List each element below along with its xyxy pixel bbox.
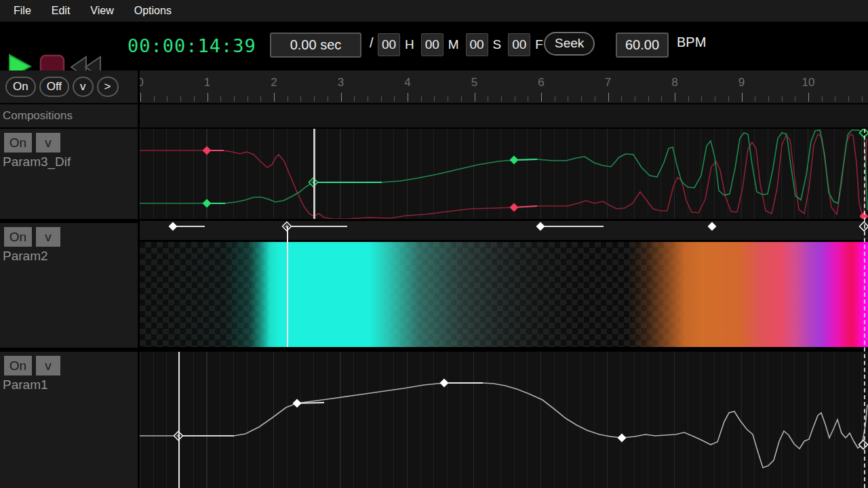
seek-button[interactable]: Seek bbox=[544, 32, 595, 56]
minor-tick bbox=[555, 96, 555, 102]
color-gradient bbox=[140, 242, 868, 347]
track-header-param2[interactable]: On v Param2 bbox=[0, 223, 138, 348]
track-collapse-button[interactable]: v bbox=[36, 133, 60, 152]
tracks-off-button[interactable]: Off bbox=[39, 77, 69, 97]
track-on-button[interactable]: On bbox=[4, 356, 32, 375]
tracks-on-button[interactable]: On bbox=[5, 77, 36, 97]
minor-tick bbox=[434, 96, 435, 102]
compositions-row[interactable]: Compositions bbox=[0, 104, 138, 127]
minor-tick bbox=[728, 96, 729, 102]
major-tick bbox=[475, 93, 475, 102]
timeline-ruler[interactable]: 012345678910 bbox=[140, 70, 868, 103]
compositions-label: Compositions bbox=[0, 104, 138, 123]
ruler-label-3: 3 bbox=[338, 76, 344, 89]
minor-tick bbox=[354, 96, 355, 102]
track-header-param1[interactable]: On v Param1 bbox=[0, 352, 138, 488]
bpm-field[interactable]: 60.00 bbox=[616, 33, 669, 58]
seconds-field[interactable]: 00 bbox=[466, 33, 488, 56]
hours-field[interactable]: 00 bbox=[378, 33, 400, 56]
keyframe-diamond[interactable] bbox=[708, 222, 717, 231]
keyframe-diamond[interactable] bbox=[203, 199, 212, 208]
minor-tick bbox=[248, 96, 248, 102]
ruler-label-6: 6 bbox=[538, 76, 544, 89]
keyframe-diamond[interactable] bbox=[510, 156, 519, 165]
param3-lane[interactable] bbox=[140, 129, 868, 219]
keyframe-diamond[interactable] bbox=[293, 399, 302, 408]
param3-curves-svg bbox=[140, 129, 868, 219]
minor-tick bbox=[515, 96, 515, 102]
minor-tick bbox=[648, 96, 649, 102]
minor-tick bbox=[581, 96, 582, 102]
major-tick bbox=[675, 93, 675, 102]
selected-keyframe-playline[interactable] bbox=[178, 352, 180, 488]
track-controls-row: OnOffv> bbox=[0, 70, 138, 103]
param1-curve-svg bbox=[140, 352, 868, 488]
timecode-display: 00:00:14:39 bbox=[127, 34, 256, 57]
minor-tick bbox=[688, 96, 689, 102]
selected-keyframe-playline[interactable] bbox=[287, 226, 288, 347]
minor-tick bbox=[194, 96, 195, 102]
minor-tick bbox=[635, 96, 635, 102]
minor-tick bbox=[288, 96, 288, 102]
minor-tick bbox=[621, 96, 622, 102]
minor-tick bbox=[448, 96, 448, 102]
minor-tick bbox=[180, 96, 181, 102]
param1-lane[interactable] bbox=[140, 352, 868, 488]
compositions-lane[interactable] bbox=[140, 104, 868, 127]
track-on-button[interactable]: On bbox=[4, 133, 32, 152]
major-tick bbox=[808, 93, 809, 102]
param2-gradient-lane[interactable] bbox=[140, 242, 868, 347]
keyframe-diamond[interactable] bbox=[510, 203, 519, 212]
track-on-button[interactable]: On bbox=[4, 227, 32, 247]
track-header-param3[interactable]: On v Param3_Dif bbox=[0, 129, 138, 219]
menu-item-view[interactable]: View bbox=[90, 5, 113, 17]
keyframe-diamond[interactable] bbox=[203, 146, 212, 155]
menu-item-file[interactable]: File bbox=[14, 5, 31, 17]
loop-end-dashed-line[interactable] bbox=[864, 129, 865, 488]
menu-item-edit[interactable]: Edit bbox=[52, 5, 71, 17]
seconds-field[interactable]: 0.00 sec bbox=[270, 33, 361, 58]
keyframe-diamond[interactable] bbox=[536, 222, 545, 231]
minor-tick bbox=[528, 96, 528, 102]
keyframe-diamond[interactable] bbox=[859, 441, 868, 449]
ruler-label-8: 8 bbox=[671, 76, 677, 89]
minor-tick bbox=[154, 96, 155, 102]
minor-tick bbox=[568, 96, 568, 102]
track-collapse-button[interactable]: v bbox=[36, 356, 60, 375]
minor-tick bbox=[715, 96, 715, 102]
major-tick bbox=[541, 93, 542, 102]
minutes-field[interactable]: 00 bbox=[421, 33, 443, 56]
minor-tick bbox=[848, 96, 849, 102]
track-name: Param2 bbox=[0, 247, 138, 264]
minor-tick bbox=[300, 96, 301, 102]
minutes-label: M bbox=[448, 37, 459, 52]
bpm-label: BPM bbox=[677, 35, 706, 50]
minor-tick bbox=[822, 96, 823, 102]
frames-field[interactable]: 00 bbox=[508, 33, 530, 56]
minor-tick bbox=[501, 96, 502, 102]
keyframe-diamond[interactable] bbox=[440, 379, 449, 388]
selected-keyframe-playline[interactable] bbox=[313, 129, 315, 219]
minor-tick bbox=[701, 96, 702, 102]
tracks-expand-button[interactable]: > bbox=[97, 77, 119, 97]
minor-tick bbox=[595, 96, 595, 102]
ruler-label-2: 2 bbox=[271, 76, 277, 89]
keyframe-diamond[interactable] bbox=[618, 434, 627, 443]
ruler-label-1: 1 bbox=[204, 76, 210, 89]
major-tick bbox=[408, 93, 408, 102]
minor-tick bbox=[835, 96, 835, 102]
param2-switches-svg bbox=[140, 221, 868, 240]
minor-tick bbox=[234, 96, 235, 102]
minor-tick bbox=[421, 96, 422, 102]
minor-tick bbox=[755, 96, 755, 102]
minor-tick bbox=[167, 96, 167, 102]
minor-tick bbox=[862, 96, 863, 102]
menu-item-options[interactable]: Options bbox=[134, 5, 172, 17]
track-collapse-button[interactable]: v bbox=[36, 227, 60, 247]
minor-tick bbox=[768, 96, 769, 102]
tracks-v-button[interactable]: v bbox=[73, 77, 94, 97]
param2-keyframe-strip[interactable] bbox=[140, 221, 868, 240]
major-tick bbox=[274, 93, 275, 102]
minor-tick bbox=[260, 96, 261, 102]
keyframe-diamond[interactable] bbox=[169, 222, 178, 231]
